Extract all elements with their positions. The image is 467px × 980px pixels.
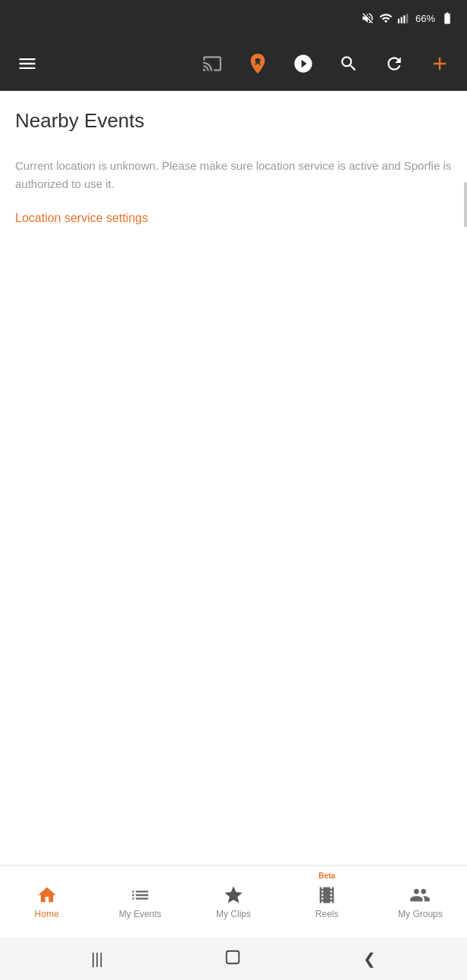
- location-settings-link[interactable]: Location service settings: [15, 211, 148, 224]
- my-events-label: My Events: [119, 909, 161, 919]
- svg-rect-6: [227, 950, 240, 963]
- cast-button[interactable]: [197, 49, 227, 79]
- home-icon: [36, 885, 58, 906]
- main-content: Nearby Events Current location is unknow…: [0, 91, 467, 865]
- beta-badge: Beta: [318, 872, 335, 880]
- navigation-bar: [0, 36, 467, 91]
- home-label: Home: [35, 909, 59, 919]
- my-events-icon: [130, 885, 151, 906]
- android-recents-button[interactable]: |||: [91, 950, 103, 968]
- my-groups-icon: [409, 885, 431, 906]
- page-title: Nearby Events: [15, 109, 452, 133]
- nav-item-my-clips[interactable]: My Clips: [186, 866, 280, 938]
- add-button[interactable]: [425, 49, 455, 79]
- my-clips-icon: [223, 885, 244, 906]
- location-pin-button[interactable]: [243, 49, 273, 79]
- signal-icon: [397, 11, 411, 25]
- nav-item-home[interactable]: Home: [0, 866, 93, 938]
- play-button[interactable]: [288, 49, 318, 79]
- android-back-button[interactable]: ❮: [363, 950, 376, 968]
- battery-percentage: 66%: [415, 13, 435, 24]
- mute-icon: [361, 11, 375, 25]
- search-button[interactable]: [334, 49, 364, 79]
- bottom-navigation: Home My Events My Clips Beta Reels My Gr…: [0, 865, 467, 938]
- nav-item-my-groups[interactable]: My Groups: [374, 866, 467, 938]
- my-groups-label: My Groups: [398, 909, 443, 919]
- reels-label: Reels: [315, 909, 339, 919]
- nav-item-my-events[interactable]: My Events: [93, 866, 186, 938]
- svg-rect-0: [398, 19, 400, 23]
- android-navigation-bar: ||| ❮: [0, 938, 467, 980]
- svg-rect-1: [400, 17, 402, 23]
- menu-button[interactable]: [12, 49, 42, 79]
- svg-rect-2: [403, 15, 405, 23]
- reels-icon: [316, 885, 337, 906]
- location-message: Current location is unknown. Please make…: [15, 157, 452, 193]
- android-home-button[interactable]: [224, 949, 241, 969]
- nav-item-reels[interactable]: Beta Reels: [281, 866, 374, 938]
- status-bar: 66%: [0, 0, 467, 36]
- refresh-button[interactable]: [379, 49, 409, 79]
- wifi-icon: [379, 11, 393, 25]
- scrollbar: [464, 182, 467, 227]
- svg-rect-3: [406, 14, 408, 23]
- my-clips-label: My Clips: [216, 909, 251, 919]
- battery-icon: [440, 11, 455, 25]
